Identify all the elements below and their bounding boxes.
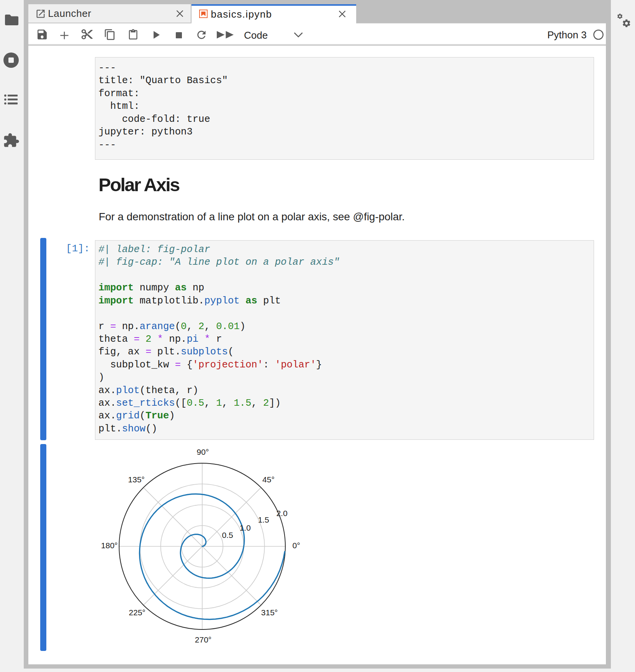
svg-text:225°: 225°	[129, 608, 145, 617]
svg-text:0.5: 0.5	[222, 531, 233, 539]
svg-text:315°: 315°	[261, 608, 278, 617]
svg-text:135°: 135°	[128, 475, 144, 484]
svg-text:180°: 180°	[101, 541, 118, 550]
svg-text:0°: 0°	[292, 541, 300, 550]
svg-text:45°: 45°	[262, 475, 275, 484]
svg-text:1.5: 1.5	[258, 515, 269, 524]
svg-text:90°: 90°	[197, 447, 209, 456]
svg-text:1.0: 1.0	[239, 523, 250, 532]
svg-text:2.0: 2.0	[276, 509, 287, 518]
svg-text:270°: 270°	[195, 635, 211, 644]
